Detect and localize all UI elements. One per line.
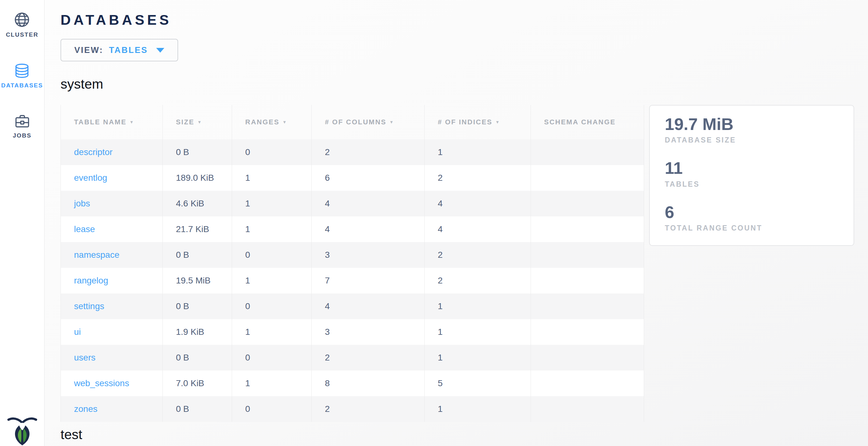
- cell-ranges: 1: [232, 371, 312, 396]
- cell-table-name: jobs: [61, 191, 163, 216]
- table-link-lease[interactable]: lease: [74, 224, 95, 234]
- cell-indices: 5: [425, 371, 531, 396]
- cell-schema-change: [531, 165, 644, 191]
- view-dropdown-label: VIEW:: [74, 45, 103, 55]
- cell-columns: 3: [312, 319, 425, 345]
- column-header-table-name[interactable]: TABLE NAME▾: [61, 105, 163, 139]
- sidebar-item-label: DATABASES: [1, 82, 43, 89]
- sidebar-item-jobs[interactable]: JOBS: [13, 113, 32, 139]
- section-heading-test: test: [61, 427, 868, 442]
- database-icon: [14, 63, 30, 79]
- summary-value: 6: [665, 203, 847, 221]
- column-header-label: # OF COLUMNS: [325, 118, 386, 126]
- table-link-ui[interactable]: ui: [74, 327, 81, 337]
- cockroachdb-logo: [6, 415, 38, 445]
- cell-ranges: 1: [232, 268, 312, 294]
- cell-indices: 1: [425, 345, 531, 371]
- cell-size: 21.7 KiB: [163, 216, 232, 242]
- cell-columns: 2: [312, 345, 425, 371]
- database-summary-card: 19.7 MiB DATABASE SIZE 11 TABLES 6 TOTAL…: [649, 105, 854, 246]
- sidebar-item-label: CLUSTER: [6, 31, 38, 38]
- cell-indices: 1: [425, 319, 531, 345]
- cell-columns: 3: [312, 242, 425, 268]
- cell-schema-change: [531, 139, 644, 165]
- cell-ranges: 1: [232, 319, 312, 345]
- table-row: users 0 B 0 2 1: [61, 345, 644, 371]
- app-root: CLUSTER DATABASES: [0, 0, 868, 446]
- bug-icon: [6, 415, 38, 445]
- summary-label: DATABASE SIZE: [665, 136, 847, 144]
- cell-ranges: 0: [232, 396, 312, 422]
- column-header-num-indices[interactable]: # OF INDICES▾: [425, 105, 531, 139]
- table-row: eventlog 189.0 KiB 1 6 2: [61, 165, 644, 191]
- summary-tables: 11 TABLES: [665, 159, 847, 188]
- sort-caret-icon: ▾: [198, 119, 202, 125]
- briefcase-icon: [14, 113, 30, 129]
- table-link-rangelog[interactable]: rangelog: [74, 276, 108, 285]
- cell-indices: 2: [425, 242, 531, 268]
- table-row: jobs 4.6 KiB 1 4 4: [61, 191, 644, 216]
- summary-value: 19.7 MiB: [665, 115, 847, 133]
- section-heading-system: system: [61, 76, 868, 92]
- cell-size: 1.9 KiB: [163, 319, 232, 345]
- cell-ranges: 0: [232, 294, 312, 319]
- column-header-size[interactable]: SIZE▾: [163, 105, 232, 139]
- cell-table-name: lease: [61, 216, 163, 242]
- table-link-descriptor[interactable]: descriptor: [74, 147, 113, 157]
- cell-table-name: eventlog: [61, 165, 163, 191]
- table-header-row: TABLE NAME▾ SIZE▾ RANGES▾ # OF COLUMNS▾ …: [61, 105, 644, 139]
- column-header-label: RANGES: [245, 118, 279, 126]
- table-row: lease 21.7 KiB 1 4 4: [61, 216, 644, 242]
- column-header-num-columns[interactable]: # OF COLUMNS▾: [312, 105, 425, 139]
- summary-database-size: 19.7 MiB DATABASE SIZE: [665, 115, 847, 144]
- cell-table-name: zones: [61, 396, 163, 422]
- table-link-namespace[interactable]: namespace: [74, 250, 120, 260]
- cell-schema-change: [531, 294, 644, 319]
- view-dropdown[interactable]: VIEW: TABLES: [61, 39, 178, 61]
- cell-size: 189.0 KiB: [163, 165, 232, 191]
- sidebar-item-databases[interactable]: DATABASES: [1, 63, 43, 89]
- cell-table-name: namespace: [61, 242, 163, 268]
- cell-size: 0 B: [163, 139, 232, 165]
- cell-ranges: 1: [232, 216, 312, 242]
- cell-indices: 1: [425, 396, 531, 422]
- sidebar-item-cluster[interactable]: CLUSTER: [6, 11, 38, 38]
- cell-schema-change: [531, 268, 644, 294]
- table-link-zones[interactable]: zones: [74, 404, 97, 414]
- cell-ranges: 0: [232, 242, 312, 268]
- cell-schema-change: [531, 396, 644, 422]
- cell-columns: 2: [312, 139, 425, 165]
- main-content: DATABASES VIEW: TABLES system TABLE NAME…: [44, 0, 868, 446]
- summary-total-range-count: 6 TOTAL RANGE COUNT: [665, 203, 847, 232]
- column-header-ranges[interactable]: RANGES▾: [232, 105, 312, 139]
- table-row: ui 1.9 KiB 1 3 1: [61, 319, 644, 345]
- cell-columns: 4: [312, 191, 425, 216]
- column-header-label: # OF INDICES: [438, 118, 492, 126]
- cell-indices: 4: [425, 216, 531, 242]
- table-row: rangelog 19.5 MiB 1 7 2: [61, 268, 644, 294]
- sort-caret-icon: ▾: [283, 119, 287, 125]
- table-link-eventlog[interactable]: eventlog: [74, 173, 107, 182]
- table-link-settings[interactable]: settings: [74, 301, 104, 311]
- table-row: web_sessions 7.0 KiB 1 8 5: [61, 371, 644, 396]
- cell-size: 19.5 MiB: [163, 268, 232, 294]
- table-link-web-sessions[interactable]: web_sessions: [74, 378, 129, 388]
- cell-indices: 1: [425, 294, 531, 319]
- table-row: namespace 0 B 0 3 2: [61, 242, 644, 268]
- table-link-jobs[interactable]: jobs: [74, 199, 90, 208]
- cell-schema-change: [531, 371, 644, 396]
- cell-size: 0 B: [163, 345, 232, 371]
- system-tables-table: TABLE NAME▾ SIZE▾ RANGES▾ # OF COLUMNS▾ …: [61, 105, 644, 422]
- cell-size: 0 B: [163, 396, 232, 422]
- cell-columns: 4: [312, 294, 425, 319]
- table-row: zones 0 B 0 2 1: [61, 396, 644, 422]
- table-link-users[interactable]: users: [74, 353, 95, 363]
- cell-columns: 2: [312, 396, 425, 422]
- chevron-down-icon: [156, 48, 164, 53]
- sort-caret-icon: ▾: [130, 119, 134, 125]
- system-section-row: TABLE NAME▾ SIZE▾ RANGES▾ # OF COLUMNS▾ …: [61, 105, 868, 422]
- cell-schema-change: [531, 216, 644, 242]
- summary-label: TABLES: [665, 180, 847, 188]
- cell-indices: 4: [425, 191, 531, 216]
- cell-indices: 2: [425, 268, 531, 294]
